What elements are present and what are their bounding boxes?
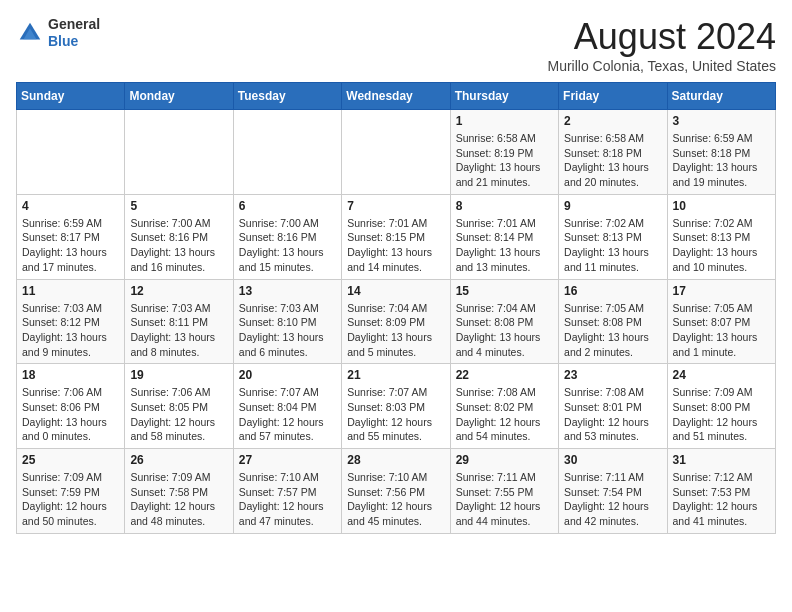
- subtitle: Murillo Colonia, Texas, United States: [547, 58, 776, 74]
- day-number: 6: [239, 199, 336, 213]
- day-number: 10: [673, 199, 770, 213]
- day-cell: 22Sunrise: 7:08 AM Sunset: 8:02 PM Dayli…: [450, 364, 558, 449]
- day-number: 14: [347, 284, 444, 298]
- day-number: 21: [347, 368, 444, 382]
- day-cell: 31Sunrise: 7:12 AM Sunset: 7:53 PM Dayli…: [667, 449, 775, 534]
- day-info: Sunrise: 7:11 AM Sunset: 7:55 PM Dayligh…: [456, 470, 553, 529]
- logo-text-general: General: [48, 16, 100, 33]
- day-cell: 28Sunrise: 7:10 AM Sunset: 7:56 PM Dayli…: [342, 449, 450, 534]
- day-info: Sunrise: 7:04 AM Sunset: 8:08 PM Dayligh…: [456, 301, 553, 360]
- day-info: Sunrise: 7:09 AM Sunset: 7:58 PM Dayligh…: [130, 470, 227, 529]
- title-block: August 2024 Murillo Colonia, Texas, Unit…: [547, 16, 776, 74]
- day-number: 19: [130, 368, 227, 382]
- day-cell: 16Sunrise: 7:05 AM Sunset: 8:08 PM Dayli…: [559, 279, 667, 364]
- day-info: Sunrise: 6:58 AM Sunset: 8:18 PM Dayligh…: [564, 131, 661, 190]
- day-info: Sunrise: 6:59 AM Sunset: 8:18 PM Dayligh…: [673, 131, 770, 190]
- day-cell: 7Sunrise: 7:01 AM Sunset: 8:15 PM Daylig…: [342, 194, 450, 279]
- day-number: 3: [673, 114, 770, 128]
- day-info: Sunrise: 7:03 AM Sunset: 8:10 PM Dayligh…: [239, 301, 336, 360]
- day-cell: 4Sunrise: 6:59 AM Sunset: 8:17 PM Daylig…: [17, 194, 125, 279]
- logo-text-blue: Blue: [48, 33, 100, 50]
- day-number: 20: [239, 368, 336, 382]
- day-number: 15: [456, 284, 553, 298]
- day-cell: 18Sunrise: 7:06 AM Sunset: 8:06 PM Dayli…: [17, 364, 125, 449]
- day-number: 12: [130, 284, 227, 298]
- day-info: Sunrise: 6:59 AM Sunset: 8:17 PM Dayligh…: [22, 216, 119, 275]
- day-info: Sunrise: 7:06 AM Sunset: 8:05 PM Dayligh…: [130, 385, 227, 444]
- day-info: Sunrise: 7:01 AM Sunset: 8:14 PM Dayligh…: [456, 216, 553, 275]
- header-day-saturday: Saturday: [667, 83, 775, 110]
- day-number: 2: [564, 114, 661, 128]
- day-number: 25: [22, 453, 119, 467]
- day-cell: [125, 110, 233, 195]
- week-row-5: 25Sunrise: 7:09 AM Sunset: 7:59 PM Dayli…: [17, 449, 776, 534]
- day-number: 1: [456, 114, 553, 128]
- day-number: 22: [456, 368, 553, 382]
- day-info: Sunrise: 7:09 AM Sunset: 7:59 PM Dayligh…: [22, 470, 119, 529]
- day-number: 29: [456, 453, 553, 467]
- day-info: Sunrise: 7:09 AM Sunset: 8:00 PM Dayligh…: [673, 385, 770, 444]
- day-number: 16: [564, 284, 661, 298]
- day-cell: 27Sunrise: 7:10 AM Sunset: 7:57 PM Dayli…: [233, 449, 341, 534]
- day-cell: 25Sunrise: 7:09 AM Sunset: 7:59 PM Dayli…: [17, 449, 125, 534]
- calendar-header: SundayMondayTuesdayWednesdayThursdayFrid…: [17, 83, 776, 110]
- day-info: Sunrise: 7:01 AM Sunset: 8:15 PM Dayligh…: [347, 216, 444, 275]
- day-info: Sunrise: 7:08 AM Sunset: 8:01 PM Dayligh…: [564, 385, 661, 444]
- day-info: Sunrise: 7:12 AM Sunset: 7:53 PM Dayligh…: [673, 470, 770, 529]
- day-cell: 5Sunrise: 7:00 AM Sunset: 8:16 PM Daylig…: [125, 194, 233, 279]
- day-cell: [342, 110, 450, 195]
- header-day-monday: Monday: [125, 83, 233, 110]
- day-cell: 30Sunrise: 7:11 AM Sunset: 7:54 PM Dayli…: [559, 449, 667, 534]
- day-number: 9: [564, 199, 661, 213]
- day-info: Sunrise: 6:58 AM Sunset: 8:19 PM Dayligh…: [456, 131, 553, 190]
- day-info: Sunrise: 7:02 AM Sunset: 8:13 PM Dayligh…: [564, 216, 661, 275]
- day-info: Sunrise: 7:10 AM Sunset: 7:57 PM Dayligh…: [239, 470, 336, 529]
- day-info: Sunrise: 7:07 AM Sunset: 8:03 PM Dayligh…: [347, 385, 444, 444]
- day-cell: 20Sunrise: 7:07 AM Sunset: 8:04 PM Dayli…: [233, 364, 341, 449]
- day-info: Sunrise: 7:02 AM Sunset: 8:13 PM Dayligh…: [673, 216, 770, 275]
- day-info: Sunrise: 7:11 AM Sunset: 7:54 PM Dayligh…: [564, 470, 661, 529]
- header-day-wednesday: Wednesday: [342, 83, 450, 110]
- day-cell: 12Sunrise: 7:03 AM Sunset: 8:11 PM Dayli…: [125, 279, 233, 364]
- week-row-3: 11Sunrise: 7:03 AM Sunset: 8:12 PM Dayli…: [17, 279, 776, 364]
- day-info: Sunrise: 7:04 AM Sunset: 8:09 PM Dayligh…: [347, 301, 444, 360]
- calendar-table: SundayMondayTuesdayWednesdayThursdayFrid…: [16, 82, 776, 534]
- day-cell: [233, 110, 341, 195]
- logo: General Blue: [16, 16, 100, 50]
- day-info: Sunrise: 7:05 AM Sunset: 8:08 PM Dayligh…: [564, 301, 661, 360]
- day-info: Sunrise: 7:06 AM Sunset: 8:06 PM Dayligh…: [22, 385, 119, 444]
- day-info: Sunrise: 7:03 AM Sunset: 8:11 PM Dayligh…: [130, 301, 227, 360]
- day-cell: 17Sunrise: 7:05 AM Sunset: 8:07 PM Dayli…: [667, 279, 775, 364]
- day-cell: 19Sunrise: 7:06 AM Sunset: 8:05 PM Dayli…: [125, 364, 233, 449]
- day-cell: 24Sunrise: 7:09 AM Sunset: 8:00 PM Dayli…: [667, 364, 775, 449]
- page-header: General Blue August 2024 Murillo Colonia…: [16, 16, 776, 74]
- day-cell: 13Sunrise: 7:03 AM Sunset: 8:10 PM Dayli…: [233, 279, 341, 364]
- week-row-4: 18Sunrise: 7:06 AM Sunset: 8:06 PM Dayli…: [17, 364, 776, 449]
- day-info: Sunrise: 7:00 AM Sunset: 8:16 PM Dayligh…: [130, 216, 227, 275]
- day-number: 28: [347, 453, 444, 467]
- day-cell: 11Sunrise: 7:03 AM Sunset: 8:12 PM Dayli…: [17, 279, 125, 364]
- day-cell: 15Sunrise: 7:04 AM Sunset: 8:08 PM Dayli…: [450, 279, 558, 364]
- day-number: 26: [130, 453, 227, 467]
- day-cell: 10Sunrise: 7:02 AM Sunset: 8:13 PM Dayli…: [667, 194, 775, 279]
- day-cell: 23Sunrise: 7:08 AM Sunset: 8:01 PM Dayli…: [559, 364, 667, 449]
- day-cell: 2Sunrise: 6:58 AM Sunset: 8:18 PM Daylig…: [559, 110, 667, 195]
- week-row-1: 1Sunrise: 6:58 AM Sunset: 8:19 PM Daylig…: [17, 110, 776, 195]
- day-number: 8: [456, 199, 553, 213]
- day-cell: 14Sunrise: 7:04 AM Sunset: 8:09 PM Dayli…: [342, 279, 450, 364]
- day-number: 13: [239, 284, 336, 298]
- calendar-body: 1Sunrise: 6:58 AM Sunset: 8:19 PM Daylig…: [17, 110, 776, 534]
- day-cell: 9Sunrise: 7:02 AM Sunset: 8:13 PM Daylig…: [559, 194, 667, 279]
- day-number: 5: [130, 199, 227, 213]
- day-number: 11: [22, 284, 119, 298]
- header-day-friday: Friday: [559, 83, 667, 110]
- day-info: Sunrise: 7:05 AM Sunset: 8:07 PM Dayligh…: [673, 301, 770, 360]
- header-day-sunday: Sunday: [17, 83, 125, 110]
- day-number: 27: [239, 453, 336, 467]
- header-day-tuesday: Tuesday: [233, 83, 341, 110]
- day-info: Sunrise: 7:07 AM Sunset: 8:04 PM Dayligh…: [239, 385, 336, 444]
- day-number: 4: [22, 199, 119, 213]
- day-number: 31: [673, 453, 770, 467]
- main-title: August 2024: [547, 16, 776, 58]
- day-number: 7: [347, 199, 444, 213]
